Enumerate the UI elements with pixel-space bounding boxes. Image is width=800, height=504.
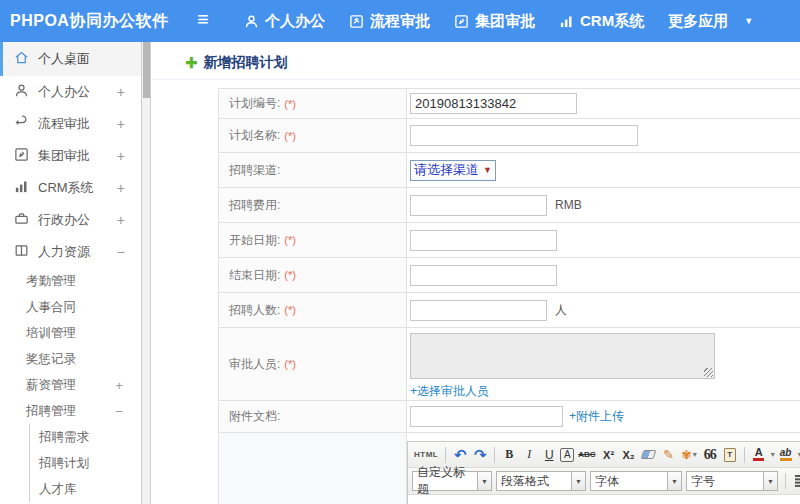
topmenu-group-approval[interactable]: 集团审批 (454, 12, 535, 31)
form-row-approvers: 审批人员: (*) +选择审批人员 (219, 328, 800, 401)
subscript-button[interactable]: X₂ (620, 445, 638, 465)
sidebar-subitem-label: 奖惩记录 (26, 351, 76, 368)
paste-as-text-button[interactable]: T (721, 445, 739, 465)
sidebar-item-personal-desktop[interactable]: 个人桌面 (0, 42, 141, 76)
font-family-combo[interactable]: 字体 ▼ (590, 471, 682, 491)
plan-number-input[interactable] (410, 93, 577, 114)
undo-icon[interactable]: ↶ (451, 445, 469, 465)
form-row-editor: HTML ↶ ↷ B I U A ABC X² X₂ (219, 433, 800, 504)
collapse-icon[interactable]: − (115, 404, 123, 419)
topmenu-more-apps[interactable]: 更多应用 ▼ (668, 12, 753, 31)
highlight-color-button[interactable]: ab (777, 445, 795, 465)
attachment-input[interactable] (410, 406, 563, 427)
bold-button[interactable]: B (500, 445, 518, 465)
sidebar-item-label: 流程审批 (38, 115, 90, 133)
bar-chart-icon (559, 14, 574, 29)
font-size-combo[interactable]: 字号 ▼ (686, 471, 778, 491)
sidebar-subitem-training[interactable]: 培训管理 (0, 320, 141, 346)
sidebar-subitem-attendance[interactable]: 考勤管理 (0, 268, 141, 294)
palette-icon: ✾ (682, 448, 692, 462)
custom-heading-combo[interactable]: 自定义标题 ▼ (412, 471, 492, 491)
topmenu-label: 更多应用 (668, 12, 728, 31)
channel-select[interactable]: 请选择渠道 ▼ (410, 160, 496, 181)
format-brush-button[interactable]: ✎ (660, 445, 678, 465)
form-row-start-date: 开始日期: (*) (219, 223, 800, 258)
sidebar-recruitment-group: 招聘需求 招聘计划 人才库 (29, 424, 141, 502)
sidebar-item-human-resources[interactable]: 人力资源 − (0, 236, 141, 268)
sidebar-scrollbar-thumb[interactable] (143, 42, 150, 98)
hamburger-menu-icon[interactable]: ≡ (197, 8, 209, 31)
caret-down-icon[interactable]: ▼ (668, 471, 682, 491)
end-date-input[interactable] (410, 265, 557, 286)
sidebar-item-group-approval[interactable]: 集团审批 + (0, 140, 141, 172)
label-text: 审批人员: (229, 356, 280, 373)
caret-down-icon[interactable]: ▼ (478, 471, 492, 491)
main-content: ✚ 新增招聘计划 计划编号: (*) 计划名称: (*) (152, 42, 800, 504)
superscript-button[interactable]: X² (600, 445, 618, 465)
expand-icon[interactable]: + (117, 84, 125, 100)
richtext-editor: HTML ↶ ↷ B I U A ABC X² X₂ (407, 441, 800, 504)
sidebar-subitem-label: 人事合同 (26, 299, 76, 316)
topmenu-label: CRM系统 (580, 12, 644, 31)
sidebar-subsubitem-recruit-plan[interactable]: 招聘计划 (30, 450, 141, 476)
underline-button[interactable]: U (540, 445, 558, 465)
sidebar-subitem-recruitment[interactable]: 招聘管理 − (0, 398, 141, 424)
sidebar-subitem-rewards[interactable]: 奖惩记录 (0, 346, 141, 372)
sidebar-subitem-label: 考勤管理 (26, 273, 76, 290)
expand-icon[interactable]: + (117, 116, 125, 132)
sidebar-item-workflow-approval[interactable]: 流程审批 + (0, 108, 141, 140)
form-row-attachment: 附件文档: +附件上传 (219, 401, 800, 433)
sidebar-subitem-label: 招聘管理 (26, 403, 76, 420)
sidebar-scrollbar-track[interactable] (141, 42, 151, 504)
sidebar-item-label: 行政办公 (38, 211, 90, 229)
label-text: 计划编号: (229, 95, 280, 112)
sidebar-item-admin-office[interactable]: 行政办公 + (0, 204, 141, 236)
combo-value: 字号 (686, 471, 764, 491)
approvers-textarea[interactable] (410, 333, 715, 379)
html-source-button[interactable]: HTML (412, 445, 440, 465)
font-color-button[interactable]: A (750, 445, 768, 465)
field-label: 计划编号: (*) (219, 89, 407, 118)
align-left-button[interactable] (793, 471, 800, 491)
expand-icon[interactable]: + (117, 212, 125, 228)
font-style-button[interactable]: A (560, 448, 574, 462)
paragraph-format-combo[interactable]: 段落格式 ▼ (496, 471, 586, 491)
align-left-icon (795, 475, 800, 487)
combo-value: 段落格式 (496, 471, 572, 491)
recruit-cost-input[interactable] (410, 195, 547, 216)
select-approvers-link[interactable]: +选择审批人员 (410, 383, 489, 400)
headcount-input[interactable] (410, 300, 547, 321)
expand-icon[interactable]: + (115, 378, 123, 393)
sidebar-item-personal-office[interactable]: 个人办公 + (0, 76, 141, 108)
start-date-input[interactable] (410, 230, 557, 251)
blockquote-button[interactable]: 66 (701, 445, 719, 465)
editor-toolbar-row2: 自定义标题 ▼ 段落格式 ▼ 字体 ▼ (408, 468, 800, 495)
expand-icon[interactable]: + (117, 148, 125, 164)
topmenu-crm-system[interactable]: CRM系统 (559, 12, 644, 31)
attachment-upload-link[interactable]: +附件上传 (569, 408, 624, 425)
collapse-icon[interactable]: − (117, 244, 125, 260)
paint-style-button[interactable]: ✾▾ (680, 445, 699, 465)
app-logo-title: PHPOA协同办公软件 (10, 11, 168, 32)
plan-name-input[interactable] (410, 125, 638, 146)
remove-format-button[interactable] (640, 445, 658, 465)
redo-icon[interactable]: ↷ (471, 445, 489, 465)
topmenu-workflow-approval[interactable]: 流程审批 (349, 12, 430, 31)
resize-handle[interactable] (704, 368, 713, 377)
sidebar-item-crm-system[interactable]: CRM系统 + (0, 172, 141, 204)
sidebar-subsubitem-recruit-demand[interactable]: 招聘需求 (30, 424, 141, 450)
strikethrough-button[interactable]: ABC (576, 445, 597, 465)
caret-down-icon[interactable]: ▼ (572, 471, 586, 491)
caret-down-icon[interactable]: ▼ (764, 471, 778, 491)
sidebar-subsubitem-talent-pool[interactable]: 人才库 (30, 476, 141, 502)
expand-icon[interactable]: + (117, 180, 125, 196)
form-row-plan-number: 计划编号: (*) (219, 89, 800, 119)
book-icon (14, 243, 29, 261)
italic-button[interactable]: I (520, 445, 538, 465)
sidebar-subitem-salary[interactable]: 薪资管理 + (0, 372, 141, 398)
unit-suffix: 人 (555, 302, 567, 319)
topmenu-personal-office[interactable]: 个人办公 (244, 12, 325, 31)
sidebar-subitem-hr-contract[interactable]: 人事合同 (0, 294, 141, 320)
toolbar-separator (445, 447, 446, 463)
user-icon (14, 83, 29, 101)
